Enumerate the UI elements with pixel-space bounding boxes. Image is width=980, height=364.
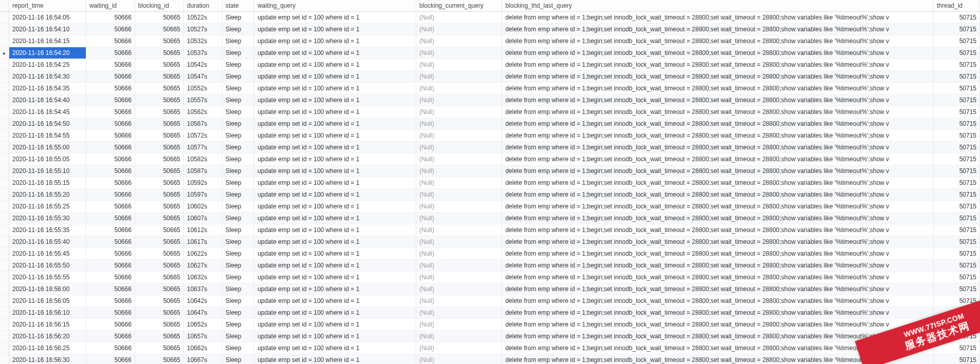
- cell-report-time[interactable]: 2020-11-16 16:54:30: [9, 71, 86, 83]
- cell-blocking-current-query[interactable]: (Null): [416, 224, 502, 236]
- cell-waiting-id[interactable]: 50666: [86, 260, 135, 272]
- table-row[interactable]: 2020-11-16 16:54:50506665066510567sSleep…: [0, 118, 980, 130]
- cell-waiting-query[interactable]: update emp set id = 100 where id = 1: [254, 283, 416, 295]
- cell-blocking-id[interactable]: 50665: [135, 83, 183, 94]
- cell-report-time[interactable]: 2020-11-16 16:54:05: [9, 12, 86, 24]
- cell-blocking-id[interactable]: 50665: [135, 331, 183, 342]
- cell-blocking-id[interactable]: 50665: [135, 142, 183, 154]
- cell-blocking-thd-last-query[interactable]: delete from emp where id = 1;begin;set i…: [502, 142, 934, 154]
- cell-duration[interactable]: 10532s: [183, 35, 222, 47]
- cell-report-time[interactable]: 2020-11-16 16:56:15: [9, 319, 86, 331]
- cell-blocking-id[interactable]: 50665: [135, 165, 183, 177]
- cell-thread-id[interactable]: 50715: [933, 201, 979, 213]
- cell-report-time[interactable]: 2020-11-16 16:55:25: [9, 201, 86, 213]
- table-row[interactable]: 2020-11-16 16:54:20506665066510537sSleep…: [0, 47, 980, 59]
- cell-waiting-id[interactable]: 50666: [86, 272, 135, 283]
- cell-blocking-current-query[interactable]: (Null): [416, 154, 502, 165]
- cell-state[interactable]: Sleep: [222, 260, 254, 272]
- cell-blocking-id[interactable]: 50665: [135, 295, 183, 307]
- cell-waiting-query[interactable]: update emp set id = 100 where id = 1: [254, 94, 416, 106]
- cell-duration[interactable]: 10637s: [183, 283, 222, 295]
- cell-report-time[interactable]: 2020-11-16 16:54:50: [9, 118, 86, 130]
- table-row[interactable]: 2020-11-16 16:54:35506665066510552sSleep…: [0, 83, 980, 94]
- cell-blocking-thd-last-query[interactable]: delete from emp where id = 1;begin;set i…: [502, 295, 934, 307]
- cell-thread-id[interactable]: 50715: [933, 236, 979, 248]
- cell-report-time[interactable]: 2020-11-16 16:54:45: [9, 106, 86, 118]
- cell-blocking-id[interactable]: 50665: [135, 272, 183, 283]
- cell-report-time[interactable]: 2020-11-16 16:55:50: [9, 260, 86, 272]
- cell-blocking-id[interactable]: 50665: [135, 224, 183, 236]
- cell-waiting-id[interactable]: 50666: [86, 165, 135, 177]
- cell-state[interactable]: Sleep: [222, 94, 254, 106]
- cell-state[interactable]: Sleep: [222, 236, 254, 248]
- cell-waiting-id[interactable]: 50666: [86, 71, 135, 83]
- col-duration[interactable]: duration: [183, 0, 222, 12]
- cell-state[interactable]: Sleep: [222, 35, 254, 47]
- cell-duration[interactable]: 10662s: [183, 342, 222, 354]
- cell-blocking-id[interactable]: 50665: [135, 319, 183, 331]
- cell-waiting-query[interactable]: update emp set id = 100 where id = 1: [254, 260, 416, 272]
- cell-duration[interactable]: 10542s: [183, 59, 222, 71]
- cell-blocking-thd-last-query[interactable]: delete from emp where id = 1;begin;set i…: [502, 165, 934, 177]
- cell-thread-id[interactable]: 50715: [933, 130, 979, 142]
- cell-thread-id[interactable]: 50715: [933, 24, 979, 35]
- cell-waiting-id[interactable]: 50666: [86, 342, 135, 354]
- cell-blocking-thd-last-query[interactable]: delete from emp where id = 1;begin;set i…: [502, 47, 934, 59]
- cell-waiting-query[interactable]: update emp set id = 100 where id = 1: [254, 201, 416, 213]
- cell-blocking-current-query[interactable]: (Null): [416, 130, 502, 142]
- cell-thread-id[interactable]: 50715: [933, 248, 979, 260]
- cell-report-time[interactable]: 2020-11-16 16:54:20: [9, 47, 86, 59]
- cell-blocking-current-query[interactable]: (Null): [416, 189, 502, 201]
- cell-duration[interactable]: 10602s: [183, 201, 222, 213]
- cell-report-time[interactable]: 2020-11-16 16:56:05: [9, 295, 86, 307]
- cell-duration[interactable]: 10632s: [183, 272, 222, 283]
- cell-blocking-thd-last-query[interactable]: delete from emp where id = 1;begin;set i…: [502, 177, 934, 189]
- cell-waiting-id[interactable]: 50666: [86, 248, 135, 260]
- cell-waiting-query[interactable]: update emp set id = 100 where id = 1: [254, 354, 416, 365]
- table-row[interactable]: 2020-11-16 16:54:40506665066510557sSleep…: [0, 94, 980, 106]
- cell-duration[interactable]: 10657s: [183, 331, 222, 342]
- cell-waiting-id[interactable]: 50666: [86, 130, 135, 142]
- cell-waiting-query[interactable]: update emp set id = 100 where id = 1: [254, 35, 416, 47]
- cell-waiting-query[interactable]: update emp set id = 100 where id = 1: [254, 224, 416, 236]
- table-row[interactable]: 2020-11-16 16:54:05506665066510522sSleep…: [0, 12, 980, 24]
- cell-duration[interactable]: 10652s: [183, 319, 222, 331]
- cell-thread-id[interactable]: 50715: [933, 154, 979, 165]
- cell-thread-id[interactable]: 50715: [933, 83, 979, 94]
- cell-waiting-id[interactable]: 50666: [86, 224, 135, 236]
- table-row[interactable]: 2020-11-16 16:55:15506665066510592sSleep…: [0, 177, 980, 189]
- col-blocking-current-query[interactable]: blocking_current_query: [416, 0, 502, 12]
- cell-state[interactable]: Sleep: [222, 59, 254, 71]
- cell-blocking-thd-last-query[interactable]: delete from emp where id = 1;begin;set i…: [502, 106, 934, 118]
- cell-state[interactable]: Sleep: [222, 224, 254, 236]
- cell-waiting-query[interactable]: update emp set id = 100 where id = 1: [254, 154, 416, 165]
- cell-duration[interactable]: 10597s: [183, 189, 222, 201]
- cell-state[interactable]: Sleep: [222, 130, 254, 142]
- cell-state[interactable]: Sleep: [222, 177, 254, 189]
- cell-thread-id[interactable]: 50715: [933, 354, 979, 365]
- cell-state[interactable]: Sleep: [222, 47, 254, 59]
- cell-blocking-thd-last-query[interactable]: delete from emp where id = 1;begin;set i…: [502, 236, 934, 248]
- cell-waiting-query[interactable]: update emp set id = 100 where id = 1: [254, 12, 416, 24]
- cell-waiting-id[interactable]: 50666: [86, 118, 135, 130]
- cell-waiting-id[interactable]: 50666: [86, 94, 135, 106]
- table-row[interactable]: 2020-11-16 16:55:10506665066510587sSleep…: [0, 165, 980, 177]
- col-waiting-query[interactable]: waiting_query: [254, 0, 416, 12]
- cell-blocking-id[interactable]: 50665: [135, 59, 183, 71]
- cell-blocking-id[interactable]: 50665: [135, 201, 183, 213]
- cell-waiting-id[interactable]: 50666: [86, 177, 135, 189]
- cell-blocking-current-query[interactable]: (Null): [416, 342, 502, 354]
- cell-duration[interactable]: 10562s: [183, 106, 222, 118]
- table-row[interactable]: 2020-11-16 16:55:25506665066510602sSleep…: [0, 201, 980, 213]
- cell-blocking-current-query[interactable]: (Null): [416, 35, 502, 47]
- cell-thread-id[interactable]: 50715: [933, 106, 979, 118]
- cell-state[interactable]: Sleep: [222, 272, 254, 283]
- cell-waiting-query[interactable]: update emp set id = 100 where id = 1: [254, 307, 416, 319]
- cell-thread-id[interactable]: 50715: [933, 59, 979, 71]
- cell-thread-id[interactable]: 50715: [933, 118, 979, 130]
- cell-blocking-current-query[interactable]: (Null): [416, 12, 502, 24]
- cell-report-time[interactable]: 2020-11-16 16:56:00: [9, 283, 86, 295]
- cell-state[interactable]: Sleep: [222, 24, 254, 35]
- cell-waiting-id[interactable]: 50666: [86, 354, 135, 365]
- cell-blocking-current-query[interactable]: (Null): [416, 177, 502, 189]
